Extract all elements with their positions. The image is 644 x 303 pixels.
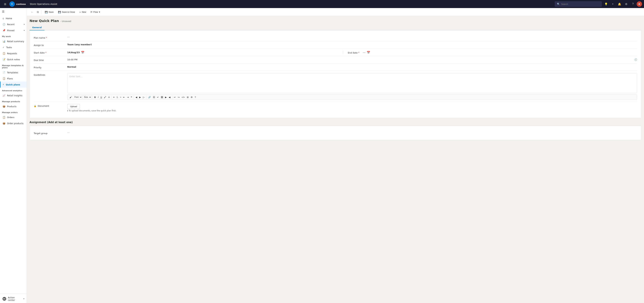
plan-name-value[interactable]: --- (67, 36, 637, 38)
open-new-tab-button[interactable]: ⧉ (36, 10, 40, 14)
editor-link-btn[interactable]: 🔗 (147, 96, 152, 99)
lightbulb-button[interactable]: 💡 (603, 1, 609, 7)
editor-align-left-btn[interactable]: ≡ (112, 96, 116, 99)
manage-products-section-label: Manage products (0, 98, 27, 103)
editor-insert-btn[interactable]: ↵ (156, 96, 160, 99)
sidebar-item-products[interactable]: 📦 Products (0, 103, 27, 110)
sidebar-item-action-center[interactable]: AC Action center ✦ (0, 294, 27, 303)
lock-icon: 🔒 (34, 105, 36, 107)
start-date-label: Start date * (34, 51, 67, 54)
end-date-label: End date * (348, 51, 360, 54)
contoso-svg: C (10, 1, 15, 7)
assign-to-value[interactable]: Team (any member) (67, 43, 637, 46)
new-button[interactable]: + New (78, 10, 88, 14)
sidebar-item-retail-insights[interactable]: 📈 Retail insights (0, 92, 27, 98)
sidebar-item-requests[interactable]: 📋 Requests (0, 50, 27, 56)
upload-button[interactable]: Upload (67, 104, 80, 109)
start-date-calendar-icon[interactable]: 📅 (81, 51, 84, 54)
guidelines-editor[interactable]: Enter text... (67, 73, 637, 93)
target-group-value[interactable]: --- (67, 131, 637, 134)
editor-code-btn[interactable]: </> (181, 96, 186, 99)
editor-media-btn[interactable]: ▶ (164, 96, 168, 99)
quick-notes-icon: 📝 (2, 58, 5, 61)
company-name: contoso (16, 3, 26, 5)
order-products-icon: 📦 (2, 122, 5, 125)
editor-font-select[interactable]: Font (73, 95, 82, 99)
sidebar-item-templates[interactable]: 📄 Templates (0, 70, 27, 76)
sidebar-item-quick-notes[interactable]: 📝 Quick notes (0, 56, 27, 62)
sidebar-item-plans[interactable]: 📋 Plans (0, 76, 27, 82)
editor-toolbar: 🖌 Font Size B I U 🖍 A (67, 94, 637, 100)
editor-quote-btn[interactable]: ❝ (130, 96, 133, 99)
flow-button[interactable]: ⟳ Flow ▾ (89, 10, 102, 14)
editor-font-color-btn[interactable]: A (107, 96, 110, 99)
assign-to-row: Assign to Team (any member) (34, 41, 637, 49)
new-label: New (82, 11, 86, 13)
apps-grid-button[interactable]: ⊞ (2, 1, 8, 7)
apps-grid-icon: ⊞ (4, 2, 6, 6)
sidebar-label-quick-notes: Quick notes (7, 58, 20, 61)
editor-unlink-btn[interactable]: ⛓ (152, 96, 156, 99)
user-avatar[interactable]: R (636, 1, 642, 7)
editor-align-center-btn[interactable]: ▶ (138, 96, 142, 99)
sidebar-item-order-products[interactable]: 📦 Order products (0, 120, 27, 126)
sidebar-item-pinned[interactable]: 📌 Pinned ▾ (0, 27, 27, 34)
back-button[interactable]: ← (30, 10, 35, 14)
editor-image-btn[interactable]: 🖼 (160, 96, 164, 99)
editor-undo-btn[interactable]: ↩ (173, 96, 176, 99)
editor-highlight-btn[interactable]: 🖍 (103, 96, 107, 99)
end-date-calendar-icon[interactable]: 📅 (367, 51, 370, 54)
editor-align-right-btn[interactable]: ▷ (142, 96, 146, 99)
editor-indent-btn[interactable]: ⇥ (126, 96, 130, 99)
sidebar-item-tasks[interactable]: ✓ Tasks (0, 44, 27, 50)
editor-underline-btn[interactable]: U (100, 96, 103, 99)
search-bar[interactable]: 🔍 (555, 1, 602, 7)
editor-ul-btn[interactable]: • (120, 96, 122, 99)
tab-general[interactable]: General (30, 25, 44, 30)
editor-align-left2-btn[interactable]: ◀ (135, 96, 138, 99)
document-label: 🔒 Document (34, 104, 67, 107)
search-input[interactable] (561, 3, 600, 5)
editor-paint-btn[interactable]: 🖌 (69, 96, 72, 99)
end-date-value[interactable]: --- (363, 51, 366, 54)
sidebar-item-home[interactable]: ⌂ Home (0, 15, 27, 21)
sidebar-item-recent[interactable]: 🕐 Recent ▾ (0, 21, 27, 27)
sidebar-hamburger[interactable]: ☰ (0, 8, 27, 15)
add-button[interactable]: + (610, 1, 616, 7)
home-icon: ⌂ (2, 17, 4, 20)
toolbar: ← ⧉ 💾 Save 💾 Save & Close + New ⟳ Flow ▾ (27, 8, 644, 16)
clock-icon[interactable]: 🕙 (634, 58, 637, 61)
notifications-button[interactable]: 🔔 (616, 1, 622, 7)
sidebar-label-action-center: Action center (8, 296, 22, 301)
editor-help-btn[interactable]: ? (194, 96, 197, 99)
sidebar-item-quick-plans[interactable]: ⚡ Quick plans (0, 82, 27, 88)
flow-dropdown-icon: ▾ (99, 11, 100, 13)
editor-outdent-btn[interactable]: ⇤ (122, 96, 126, 99)
help-button[interactable]: ? (630, 1, 636, 7)
top-navigation: ⊞ C contoso Store Operations Assist 🔍 💡 … (0, 0, 644, 8)
nav-icons: 💡 + 🔔 ⚙ ? R (603, 1, 642, 7)
save-button[interactable]: 💾 Save (43, 10, 56, 14)
editor-redo-btn[interactable]: ↪ (177, 96, 180, 99)
editor-ol-btn[interactable]: 1. (116, 96, 119, 99)
editor-italic-btn[interactable]: I (97, 96, 99, 99)
settings-button[interactable]: ⚙ (623, 1, 629, 7)
editor-media2-btn[interactable]: ◀ (168, 96, 171, 99)
save-close-icon: 💾 (58, 11, 61, 14)
due-time-row: Due time 10:00 PM 🕙 (34, 56, 637, 64)
due-time-value[interactable]: 10:00 PM (67, 58, 633, 61)
tab-bar: General (30, 25, 641, 30)
sidebar-item-retail-summary[interactable]: 📊 Retail summary (0, 38, 27, 44)
sidebar-label-templates: Templates (7, 71, 18, 74)
assignment-section-header: Assignment (Add at least one) (30, 121, 641, 124)
save-close-button[interactable]: 💾 Save & Close (56, 10, 77, 14)
sidebar-item-orders[interactable]: 📋 Orders (0, 114, 27, 120)
editor-size-select[interactable]: Size (82, 95, 92, 99)
info-icon: ℹ (67, 110, 68, 112)
priority-value[interactable]: Normal (67, 66, 637, 68)
editor-table-btn[interactable]: ⊞ (186, 96, 190, 99)
start-date-value[interactable]: 14/Aug/23 (67, 51, 80, 54)
retail-insights-icon: 📈 (2, 94, 5, 97)
editor-bold-btn[interactable]: B (94, 96, 96, 99)
editor-settings-btn[interactable]: ⚙ (190, 96, 194, 99)
